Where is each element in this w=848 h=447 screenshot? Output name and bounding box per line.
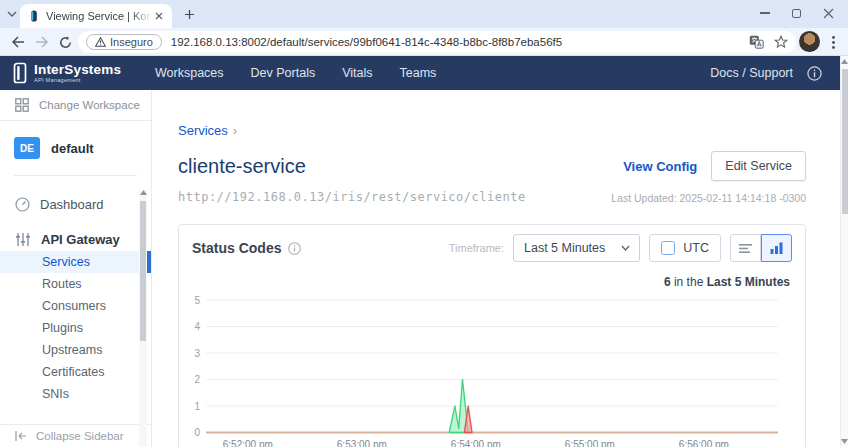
active-indicator [147,251,151,273]
view-config-link[interactable]: View Config [623,159,697,174]
last-updated: Last Updated: 2025-02-11 14:14:18 -0300 [611,192,806,204]
page-scroll-up-icon[interactable] [841,59,848,64]
tab-search-button[interactable] [4,6,20,22]
browser-menu-icon[interactable] [826,33,840,51]
svg-text:0: 0 [194,427,200,438]
sidebar: Change Workspace DE default Dashboard AP… [0,90,152,447]
browser-tab[interactable]: Viewing Service | Kong Manage [20,4,172,28]
bar-view-button[interactable] [761,234,792,262]
page-scrollbar[interactable] [840,56,848,447]
summary-count: 6 [664,275,671,289]
intersystems-logo-icon [13,62,27,84]
collapse-sidebar-button[interactable]: Collapse Sidebar [0,424,151,447]
breadcrumb-services-link[interactable]: Services [178,123,228,138]
sidebar-item-api-gateway[interactable]: API Gateway [0,227,151,251]
page-title: cliente-service [178,155,306,178]
brand-subtitle: API Management [34,78,121,84]
bar-chart-icon [770,242,783,254]
edit-service-button[interactable]: Edit Service [711,151,806,181]
security-label: Inseguro [110,36,153,48]
bookmark-star-icon[interactable] [774,35,788,49]
docs-support-link[interactable]: Docs / Support [710,66,793,80]
kong-favicon-icon [28,10,40,22]
browser-tabstrip: Viewing Service | Kong Manage [0,0,848,28]
svg-text:6:56:00 pm: 6:56:00 pm [679,439,729,447]
tab-title: Viewing Service | Kong Manage [46,10,152,22]
tab-close-icon[interactable] [152,9,166,23]
timeframe-select[interactable]: Last 5 Minutes [513,234,640,262]
forward-button[interactable] [32,32,52,52]
status-codes-panel: Status Codes Timeframe: Last 5 Minutes U… [178,224,806,447]
status-codes-info-icon[interactable] [288,242,301,255]
brand-name: InterSystems [34,63,121,77]
collapse-icon [15,431,27,441]
window-maximize-button[interactable] [792,9,801,18]
sidebar-item-certificates[interactable]: Certificates [0,361,151,383]
svg-text:6:52:00 pm: 6:52:00 pm [223,439,273,447]
navbar-item-dev-portals[interactable]: Dev Portals [251,66,316,80]
svg-text:5: 5 [194,296,200,306]
svg-text:4: 4 [194,321,200,332]
chart-summary: 6 in the Last 5 Minutes [179,270,805,289]
lines-icon [739,243,752,254]
back-button[interactable] [8,32,28,52]
current-workspace[interactable]: DE default [0,121,151,173]
workspace-avatar: DE [14,137,40,159]
main-content: Services› cliente-service View Config Ed… [153,90,840,447]
sidebar-item-plugins[interactable]: Plugins [0,317,151,339]
status-codes-chart: 0123456:52:00 pm6:53:00 pm6:54:00 pm6:55… [180,296,805,447]
browser-toolbar: Inseguro 192.168.0.13:8002/default/servi… [0,28,848,56]
svg-text:6:54:00 pm: 6:54:00 pm [451,439,501,447]
sidebar-scrollbar[interactable] [139,190,147,447]
page-scroll-down-icon[interactable] [841,439,848,444]
navbar-item-teams[interactable]: Teams [400,66,437,80]
change-workspace-button[interactable]: Change Workspace [0,90,151,121]
svg-text:6:55:00 pm: 6:55:00 pm [565,439,615,447]
svg-text:2: 2 [194,374,200,385]
utc-checkbox[interactable] [661,241,675,255]
new-tab-button[interactable] [182,7,197,22]
service-url: http://192.168.0.13/iris/rest/servico/cl… [178,190,526,204]
navbar-item-workspaces[interactable]: Workspaces [155,66,224,80]
svg-text:6:53:00 pm: 6:53:00 pm [337,439,387,447]
sidebar-divider [14,175,137,176]
change-workspace-label: Change Workspace [39,99,140,111]
sidebar-item-consumers[interactable]: Consumers [0,295,151,317]
sidebar-item-upstreams[interactable]: Upstreams [0,339,151,361]
sidebar-item-dashboard[interactable]: Dashboard [0,192,151,216]
scroll-up-icon[interactable] [139,190,147,195]
chevron-down-icon [621,245,630,251]
url-text: 192.168.0.13:8002/default/services/99bf0… [171,36,749,48]
info-icon[interactable] [807,66,822,81]
chart-type-toggle [730,234,792,262]
navbar-item-vitals[interactable]: Vitals [342,66,372,80]
svg-text:3: 3 [194,348,200,359]
breadcrumb: Services› [178,123,806,138]
security-chip[interactable]: Inseguro [86,34,162,50]
svg-text:1: 1 [194,401,200,412]
timeframe-label: Timeframe: [449,242,504,254]
workspace-grid-icon [15,98,29,112]
sidebar-item-routes[interactable]: Routes [0,273,151,295]
url-bar[interactable]: Inseguro 192.168.0.13:8002/default/servi… [78,31,796,53]
sidebar-item-services[interactable]: Services [0,251,151,273]
utc-label: UTC [683,241,709,255]
window-minimize-button[interactable] [760,12,770,13]
page-scrollbar-thumb[interactable] [842,69,848,214]
line-view-button[interactable] [730,234,761,262]
scrollbar-thumb[interactable] [140,201,146,341]
dashboard-gauge-icon [15,197,30,212]
reload-button[interactable] [55,32,75,52]
api-gateway-icon [15,232,31,247]
breadcrumb-separator: › [233,123,237,138]
sidebar-item-snis[interactable]: SNIs [0,383,151,405]
summary-range: Last 5 Minutes [707,275,790,289]
app-navbar: InterSystems API Management Workspaces D… [0,56,848,90]
browser-profile-avatar[interactable] [799,31,820,52]
timeframe-value: Last 5 Minutes [524,241,605,255]
translate-icon[interactable] [749,35,764,49]
window-close-button[interactable] [823,8,834,19]
warning-icon [95,37,106,47]
panel-title: Status Codes [192,240,281,256]
utc-toggle-group: UTC [649,234,721,262]
